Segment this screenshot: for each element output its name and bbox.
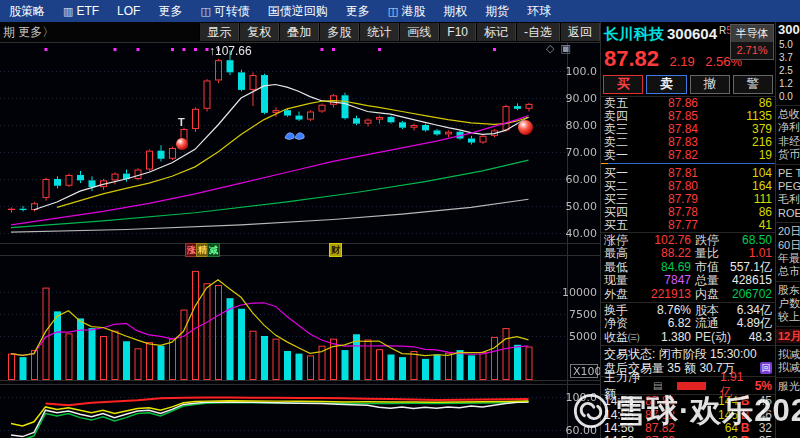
strip-item: 净利润 <box>776 121 800 134</box>
order-book-row[interactable]: 卖一87.8219 <box>601 149 775 162</box>
nav-item-ETF[interactable]: ▥ETF <box>54 4 108 18</box>
stat-value: 428615 <box>729 274 772 287</box>
tick-time: 14:56 <box>604 409 638 422</box>
toolbar-button-统计[interactable]: 统计 <box>359 23 399 41</box>
stat-row: 现量7847总量428615 <box>601 274 775 287</box>
toolbar-button-叠加[interactable]: 叠加 <box>279 23 319 41</box>
stat-label: 净资 <box>604 317 644 330</box>
red-ball-marker-icon[interactable] <box>518 120 533 135</box>
stock-name[interactable]: 长川科技 <box>604 25 664 42</box>
event-tag-减[interactable]: 减 <box>207 243 220 257</box>
stat-label: PE(动) <box>695 331 729 344</box>
diamond-icon[interactable]: ◇ <box>546 42 554 55</box>
sector-badge[interactable]: 半导体 2.71% <box>730 24 774 60</box>
stat-value: 1.01 <box>729 247 772 260</box>
trade-button-卖[interactable]: 卖 <box>646 75 686 94</box>
nav-item-label: 港股 <box>401 3 425 20</box>
strip-item: 12月5 <box>776 329 800 343</box>
stat-row: 换手8.76%股本6.34亿 <box>601 304 775 317</box>
fundamental-strip[interactable]: 30065.03.72.51.20.0总收入净利润非经损货币资PE TTMPEG… <box>775 22 800 438</box>
order-book-level-label: 卖一 <box>604 149 638 162</box>
nav-item-期权[interactable]: 期权 <box>434 3 476 20</box>
strip-item: 总市值 <box>776 265 800 278</box>
stat-row: 最低84.69市值557.1亿 <box>601 261 775 274</box>
tick-time: 14:56 <box>604 395 638 408</box>
stat-value: 48.3 <box>729 331 772 344</box>
price-change: 2.19 <box>670 54 695 69</box>
period-more-label[interactable]: 期 更多〉 <box>0 24 54 41</box>
after-hours-icon[interactable]: 回 <box>760 362 772 374</box>
top-nav-bar: 股策略▥ETFLOF更多◫可转债国债逆回购更多◫港股期权期货环球 <box>0 0 800 22</box>
stat-value: 8.76% <box>644 304 691 317</box>
nav-item-更多[interactable]: 更多 <box>337 3 379 20</box>
stat-value: 68.50 <box>729 234 772 247</box>
stat-value: 102.76 <box>644 234 691 247</box>
order-book-price: 87.77 <box>638 219 728 232</box>
tick-side: B <box>738 409 752 422</box>
toolbar-button-显示[interactable]: 显示 <box>199 23 239 41</box>
main-capital-flow-row[interactable]: 主力净额 ▤ 1.91亿 5% <box>601 377 775 395</box>
stat-label: 换手 <box>604 304 644 317</box>
strip-item: 总收入 <box>776 108 800 121</box>
event-tag-财[interactable]: 财 <box>329 243 342 257</box>
toolbar-button--自选[interactable]: -自选 <box>516 23 560 41</box>
stat-label: 最低 <box>604 261 644 274</box>
red-ball-marker-icon[interactable] <box>176 138 188 150</box>
nav-item-港股[interactable]: ◫港股 <box>379 3 434 20</box>
stock-code: 300604 <box>667 25 717 42</box>
blue-shoes-marker-icon[interactable] <box>284 128 306 146</box>
strip-divider <box>776 105 800 106</box>
tick-extra: 46 <box>752 409 772 422</box>
toolbar-button-复权[interactable]: 复权 <box>239 23 279 41</box>
strip-item: 20日涨 <box>776 225 800 238</box>
nav-item-可转债[interactable]: ◫可转债 <box>191 3 258 20</box>
sector-name[interactable]: 半导体 <box>731 25 773 42</box>
strip-item: 货币资 <box>776 148 800 161</box>
main-flow-pct: 5% <box>755 379 772 393</box>
order-book-price: 87.82 <box>638 149 728 162</box>
after-hours-volume: 35 <box>667 361 680 375</box>
last-price: 87.82 <box>604 46 659 71</box>
stat-value: 88.22 <box>644 247 691 260</box>
panel-icon[interactable]: ▣ <box>560 42 570 55</box>
tick-extra: 45 <box>752 395 772 408</box>
high-price-annotation: ↑107.66 <box>209 44 252 58</box>
strip-divider <box>776 377 800 378</box>
stat-value: 557.1亿 <box>729 261 772 274</box>
toolbar-button-多股[interactable]: 多股 <box>319 23 359 41</box>
toolbar-button-画线[interactable]: 画线 <box>399 23 439 41</box>
strip-item: 服光 <box>776 380 800 393</box>
strip-item: 3006 <box>776 22 800 38</box>
trade-button-买[interactable]: 买 <box>603 75 643 94</box>
kline-chart-canvas[interactable] <box>0 42 600 438</box>
stat-label: 跌停 <box>695 234 729 247</box>
stat-row: 涨停102.76跌停68.50 <box>601 234 775 247</box>
toolbar-button-返回[interactable]: 返回 <box>560 23 600 41</box>
nav-item-环球[interactable]: 环球 <box>518 3 560 20</box>
tick-row: 14:5687.8264B32 <box>601 422 775 435</box>
strip-divider <box>776 281 800 282</box>
stat-label: 涨停 <box>604 234 644 247</box>
toolbar-button-F10[interactable]: F10 <box>439 23 476 41</box>
amount-label: 额 <box>684 361 696 375</box>
strip-item: 拟减持 <box>776 361 800 374</box>
nav-item-股策略[interactable]: 股策略 <box>0 3 54 20</box>
stat-value: 4.89亿 <box>729 317 772 330</box>
tick-price: 87.82 <box>638 409 682 422</box>
stat-label: 最高 <box>604 247 644 260</box>
tick-list: 14:5687.81144B4514:5687.82145B4614:5687.… <box>601 395 775 438</box>
strip-item: PEG <box>776 180 800 193</box>
nav-item-LOF[interactable]: LOF <box>108 4 149 18</box>
toolbar-button-标记[interactable]: 标记 <box>476 23 516 41</box>
list-icon: ▤ <box>653 380 662 391</box>
nav-item-期货[interactable]: 期货 <box>476 3 518 20</box>
stat-value: 7847 <box>644 274 691 287</box>
trade-button-警[interactable]: 警 <box>733 75 773 94</box>
stat-label: 内盘 <box>695 288 729 301</box>
order-book-row[interactable]: 买五87.7741 <box>601 219 775 232</box>
flow-bar <box>677 382 706 390</box>
nav-item-更多[interactable]: 更多 <box>149 3 191 20</box>
nav-item-国债逆回购[interactable]: 国债逆回购 <box>259 3 337 20</box>
trade-button-撤[interactable]: 撤 <box>690 75 730 94</box>
tick-row: 14:5687.82145B46 <box>601 409 775 422</box>
